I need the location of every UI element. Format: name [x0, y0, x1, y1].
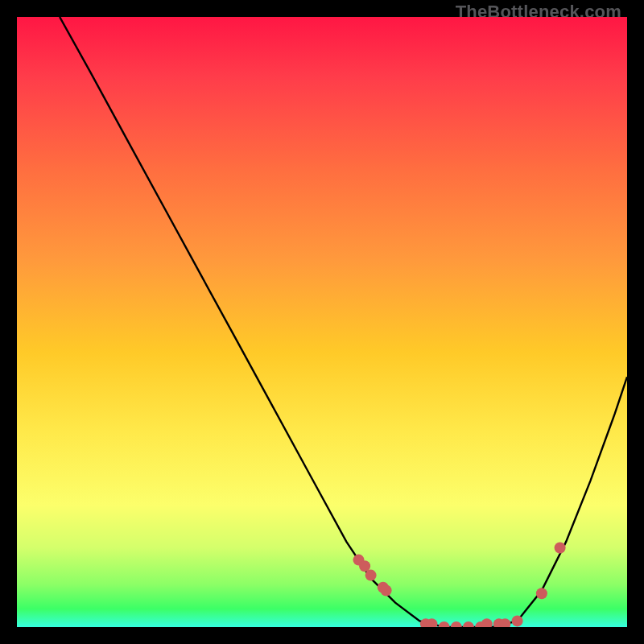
curve-layer — [17, 17, 627, 627]
marker-point — [555, 543, 566, 554]
highlight-points — [353, 543, 566, 628]
marker-point — [481, 618, 493, 627]
marker-point — [359, 560, 370, 572]
plot-area — [17, 17, 627, 627]
marker-point — [536, 588, 547, 599]
bottleneck-curve — [60, 17, 627, 627]
marker-point — [381, 585, 392, 597]
marker-point — [451, 621, 462, 627]
chart-frame: TheBottleneck.com — [0, 0, 644, 644]
marker-point — [365, 570, 377, 581]
marker-point — [439, 621, 450, 627]
marker-point — [512, 615, 523, 626]
marker-point — [463, 621, 474, 627]
